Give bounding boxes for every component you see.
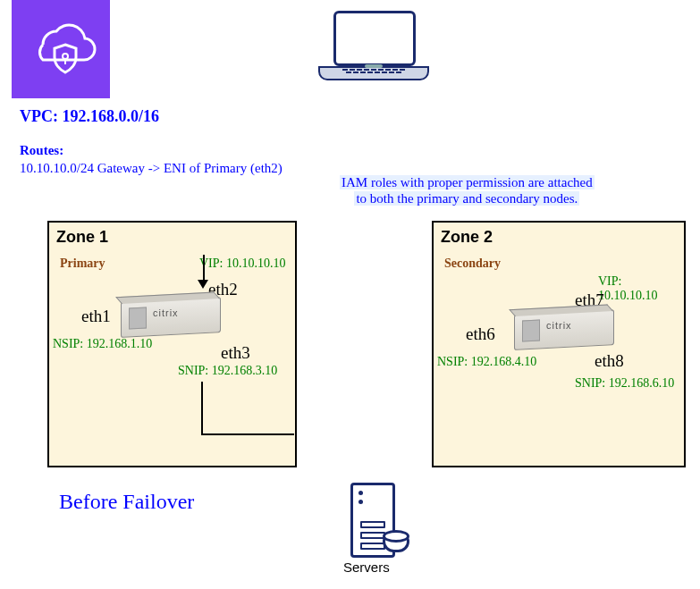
zone1-nsip: NSIP: 192.168.1.10 — [53, 337, 152, 351]
zone1-appliance-icon: citrix — [121, 297, 221, 338]
arrow-to-eth2-head — [198, 280, 208, 289]
zone2-vip: VIP: 10.10.10.10 — [598, 274, 684, 303]
zone1-vip: VIP: 10.10.10.10 — [199, 257, 285, 271]
cloud-shield-icon — [12, 0, 110, 98]
vpc-label: VPC: 192.168.0.0/16 — [20, 107, 159, 126]
zone1-snip-conn-h — [201, 433, 294, 435]
zone2-title: Zone 2 — [441, 228, 493, 247]
zone2-role: Secondary — [444, 257, 501, 271]
route-entry-1: 10.10.10.0/24 Gateway -> ENI of Primary … — [20, 161, 283, 176]
zone1-snip: SNIP: 192.168.3.10 — [178, 364, 277, 378]
zone1-title: Zone 1 — [56, 228, 108, 247]
zone2-snip: SNIP: 192.168.6.10 — [575, 376, 674, 391]
arrow-to-eth2-line — [203, 255, 205, 282]
server-tower-icon — [350, 483, 395, 558]
zone2-appliance-icon: citrix — [514, 309, 614, 350]
zone2-if-snip: eth8 — [595, 351, 624, 371]
iam-note-line1: IAM roles with proper permission are att… — [340, 175, 595, 189]
before-failover-label: Before Failover — [59, 490, 194, 514]
iam-note: IAM roles with proper permission are att… — [340, 174, 595, 206]
svg-point-0 — [63, 54, 68, 59]
iam-note-line2: to both the primary and secondary nodes. — [354, 191, 579, 206]
zone2-if-mgmt: eth6 — [466, 324, 495, 344]
laptop-icon — [318, 11, 429, 80]
zone1-role: Primary — [60, 257, 105, 271]
routes-heading: Routes: — [20, 143, 63, 158]
servers-label: Servers — [343, 560, 390, 575]
zone1-snip-conn-v — [201, 382, 203, 435]
zone1-if-snip: eth3 — [221, 343, 250, 363]
zone1-box: Zone 1 Primary VIP: 10.10.10.10 eth2 eth… — [47, 221, 297, 467]
zone2-nsip: NSIP: 192.168.4.10 — [437, 355, 536, 369]
zone2-box: Zone 2 Secondary VIP: 10.10.10.10 eth7 e… — [432, 221, 686, 467]
zone1-if-mgmt: eth1 — [81, 307, 111, 326]
